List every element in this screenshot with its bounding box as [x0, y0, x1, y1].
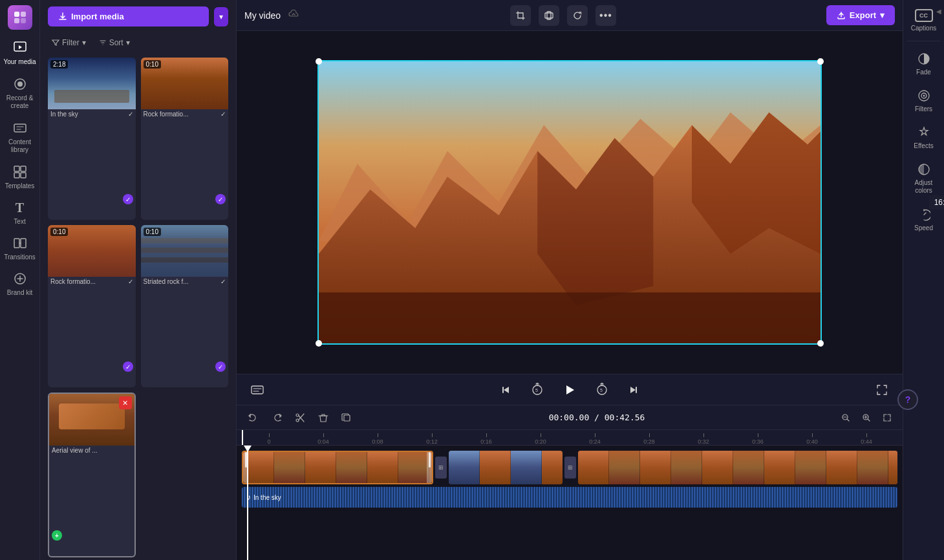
corner-handle-bl[interactable] [316, 340, 322, 347]
audio-track[interactable]: ♪ In the sky [242, 487, 897, 508]
content-library-icon [12, 120, 28, 136]
media-check-1: ✓ [123, 194, 133, 204]
forward-5s-button[interactable]: 5 [592, 380, 612, 400]
video-clip-3[interactable] [578, 451, 897, 484]
effects-label: Effects [914, 142, 933, 149]
sidebar-item-text[interactable]: T Text [0, 195, 39, 230]
audio-waveform [242, 487, 897, 508]
sidebar-item-brand[interactable]: Brand kit [0, 266, 39, 302]
delete-button[interactable] [314, 409, 332, 427]
redo-button[interactable] [268, 409, 286, 427]
media-check-3: ✓ [123, 361, 133, 372]
svg-rect-10 [14, 173, 19, 178]
more-options-button[interactable]: ••• [595, 5, 616, 26]
left-sidebar: Your media Record &create Contentlibrary [0, 0, 40, 560]
top-bar: My video ••• [237, 0, 903, 31]
ruler-mark-12: 0:12 [405, 433, 459, 445]
text-icon: T [12, 200, 28, 215]
more-options-icon: ••• [599, 10, 612, 21]
ruler-mark-40: 0:40 [785, 433, 839, 445]
svg-rect-22 [319, 292, 821, 343]
subtitle-button[interactable] [247, 380, 268, 400]
play-button[interactable] [558, 378, 581, 402]
export-button[interactable]: Export ▾ [826, 5, 895, 25]
svg-rect-24 [502, 387, 504, 393]
import-dropdown-button[interactable]: ▾ [214, 7, 228, 27]
delete-media-button[interactable]: ✕ [119, 396, 132, 409]
chevron-down-icon: ▾ [219, 12, 223, 21]
skip-forward-button[interactable] [623, 380, 643, 400]
skip-back-button[interactable] [496, 380, 517, 400]
corner-handle-br[interactable] [817, 340, 824, 347]
media-item-1[interactable]: 2:18 ✓ In the sky ✓ [48, 58, 136, 220]
media-item-2-check: ✓ [220, 111, 226, 118]
svg-text:5: 5 [535, 388, 538, 393]
clip-1-right-handle[interactable] [427, 452, 432, 483]
media-item-4[interactable]: 0:10 ✓ Striated rock f... ✓ [141, 225, 229, 387]
sidebar-item-templates[interactable]: Templates [0, 159, 39, 195]
timeline-toolbar: 00:00.00 / 00:42.56 [237, 405, 903, 430]
zoom-in-button[interactable] [859, 410, 874, 425]
help-button[interactable]: ? [897, 389, 918, 410]
sidebar-label-text: Text [14, 218, 25, 225]
corner-handle-tl[interactable] [316, 58, 322, 65]
ruler-mark-0: 0 [242, 433, 296, 445]
media-duration-3: 0:10 [50, 228, 68, 236]
right-tool-fade[interactable]: Fade [903, 47, 944, 81]
adjust-colors-label: Adjust colors [906, 179, 941, 195]
media-panel: Import media ▾ Filter ▾ Sort ▾ [40, 0, 237, 560]
right-tool-effects[interactable]: Effects [903, 120, 944, 155]
crop-button[interactable] [510, 5, 531, 26]
cursor-hand: ☛ [87, 548, 108, 557]
rewind-5s-button[interactable]: 5 [527, 380, 548, 400]
filters-icon [917, 89, 931, 103]
right-tool-filters[interactable]: Filters [903, 83, 944, 118]
ruler-mark-36: 0:36 [731, 433, 785, 445]
sidebar-item-record-create[interactable]: Record &create [0, 71, 39, 115]
filter-button[interactable]: Filter ▾ [48, 36, 90, 50]
media-duration-1: 2:18 [50, 60, 68, 69]
undo-button[interactable] [244, 409, 263, 427]
svg-rect-1 [21, 12, 26, 17]
media-item-2[interactable]: 0:10 ✓ Rock formatio... ✓ [141, 58, 229, 220]
ruler-mark-20: 0:20 [513, 433, 568, 445]
cloud-sync-icon [288, 10, 300, 21]
speed-label: Speed [914, 224, 933, 232]
main-content: My video ••• [237, 0, 903, 560]
ruler-mark-24: 0:24 [568, 433, 622, 445]
ruler-mark-32: 0:32 [676, 433, 731, 445]
video-clip-2[interactable] [449, 451, 563, 484]
import-media-button[interactable]: Import media [48, 6, 209, 27]
captions-label: Captions [911, 25, 936, 32]
right-divider-1 [907, 41, 939, 41]
sort-chevron: ▾ [126, 38, 130, 47]
video-clip-1[interactable] [242, 451, 433, 484]
video-preview [319, 61, 821, 343]
sidebar-item-content-library[interactable]: Contentlibrary [0, 115, 39, 159]
clip-1-left-handle[interactable] [243, 452, 248, 483]
copy-button[interactable] [338, 409, 356, 427]
sidebar-item-your-media[interactable]: Your media [0, 35, 39, 71]
fit-timeline-button[interactable] [879, 410, 895, 425]
svg-rect-0 [14, 12, 19, 17]
zoom-out-button[interactable] [838, 410, 853, 425]
media-check-2: ✓ [215, 194, 226, 204]
svg-point-28 [296, 419, 299, 422]
panel-collapse-button[interactable]: ◀ [936, 8, 941, 15]
sidebar-label-content-library: Contentlibrary [8, 138, 31, 154]
effects-icon [917, 125, 931, 140]
fullscreen-button[interactable] [872, 380, 892, 400]
corner-handle-tr[interactable] [817, 58, 824, 65]
sidebar-item-transitions[interactable]: Transitions [0, 230, 39, 266]
media-item-5[interactable]: ✕ + Aerial view of ... Add to timeline ☛ [48, 393, 136, 557]
media-item-3[interactable]: 0:10 ✓ Rock formatio... ✓ [48, 225, 136, 387]
record-create-icon [12, 76, 28, 92]
svg-rect-11 [21, 173, 26, 178]
right-tool-adjust-colors[interactable]: Adjust colors [903, 157, 944, 200]
cut-button[interactable] [291, 409, 309, 427]
resize-button[interactable] [539, 5, 559, 26]
rotate-button[interactable] [567, 5, 588, 26]
sidebar-label-your-media: Your media [3, 58, 36, 66]
svg-rect-9 [21, 166, 26, 171]
sort-button[interactable]: Sort ▾ [95, 36, 134, 50]
